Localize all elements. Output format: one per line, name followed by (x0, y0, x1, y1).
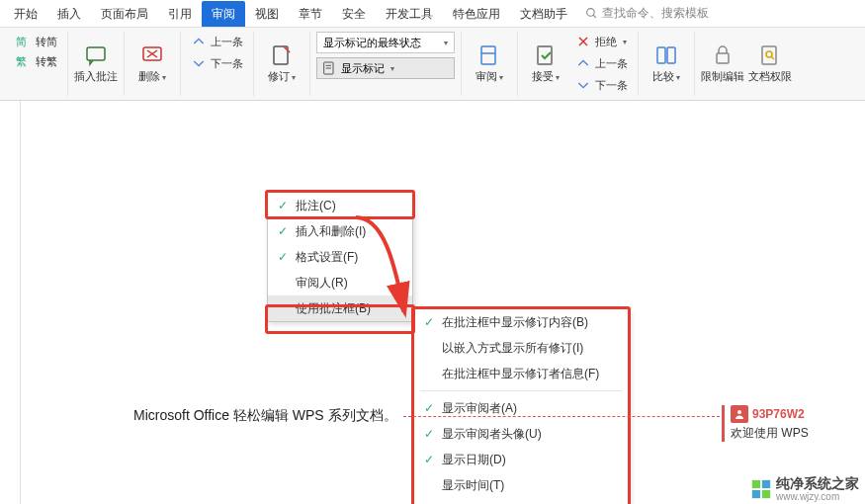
avatar-icon (731, 405, 748, 423)
ribbon-label: 删除▾ (138, 69, 166, 84)
arrow-down-icon (191, 55, 207, 71)
submenu-show-reviewer-avatar[interactable]: ✓显示审阅者头像(U) (414, 421, 628, 447)
show-markup-icon (321, 60, 337, 76)
ribbon-label: 拒绝 (595, 35, 617, 49)
ribbon-label: 比较▾ (652, 69, 680, 84)
next-change-button[interactable]: 下一条 (571, 75, 632, 95)
track-changes-button[interactable]: 修订▾ (260, 32, 303, 95)
menu-item-label: 显示审阅者(A) (442, 400, 517, 417)
command-search[interactable]: 查找命令、搜索模板 (585, 5, 709, 22)
menu-item-balloons[interactable]: 使用批注框(B)▸ (268, 295, 412, 321)
menu-item-reviewers[interactable]: 审阅人(R)▸ (268, 270, 412, 295)
show-markup-dropdown[interactable]: 显示标记 ▾ (316, 57, 455, 79)
comment-accent-bar (722, 405, 725, 442)
menu-tabs: 开始 插入 页面布局 引用 审阅 视图 章节 安全 开发工具 特色应用 文档助手… (0, 0, 865, 28)
lock-icon (711, 43, 735, 67)
svg-point-20 (737, 410, 741, 414)
reject-button[interactable]: 拒绝▾ (571, 32, 632, 51)
tab-start[interactable]: 开始 (4, 1, 47, 27)
ribbon-label: 接受▾ (532, 69, 560, 84)
tab-dochelper[interactable]: 文档助手 (510, 1, 577, 27)
svg-point-0 (587, 9, 595, 17)
ribbon-label: 修订▾ (268, 69, 296, 84)
svg-rect-18 (762, 46, 776, 64)
ribbon-label: 限制编辑 (701, 69, 744, 84)
document-body-text[interactable]: Microsoft Office 轻松编辑 WPS 系列文档。 (133, 407, 397, 425)
search-icon (585, 7, 598, 20)
watermark: 纯净系统之家 www.wjzy.com (750, 475, 859, 502)
chevron-down-icon: ▾ (499, 73, 503, 82)
display-mode-dropdown[interactable]: 显示标记的最终状态 ▾ (316, 32, 455, 53)
show-markup-menu: ✓批注(C) ✓插入和删除(I) ✓格式设置(F) 审阅人(R)▸ 使用批注框(… (267, 192, 413, 322)
submenu-show-reviser-info[interactable]: 在批注框中显示修订者信息(F) (414, 361, 628, 386)
svg-rect-2 (87, 47, 105, 60)
tab-references[interactable]: 引用 (158, 1, 202, 27)
svg-rect-15 (657, 47, 665, 63)
tab-security[interactable]: 安全 (332, 1, 376, 27)
submenu-show-reviewer[interactable]: ✓显示审阅者(A) (414, 395, 628, 421)
svg-rect-12 (538, 46, 552, 64)
submenu-arrow-icon: ▸ (401, 278, 406, 289)
submenu-show-comment-shading[interactable]: 显示批注底纹(C) (414, 498, 628, 504)
chevron-down-icon: ▾ (292, 73, 296, 82)
submenu-arrow-icon: ▸ (401, 303, 406, 314)
prev-change-button[interactable]: 上一条 (571, 53, 632, 73)
arrow-up-icon (191, 34, 207, 49)
svg-line-1 (593, 15, 596, 18)
ribbon-label: 下一条 (211, 56, 243, 71)
tab-layout[interactable]: 页面布局 (91, 1, 158, 27)
ribbon-label: 转繁 (36, 54, 57, 69)
compare-button[interactable]: 比较▾ (645, 32, 688, 95)
chevron-down-icon: ▾ (390, 64, 394, 73)
check-icon: ✓ (422, 427, 436, 441)
menu-item-label: 格式设置(F) (296, 249, 358, 266)
check-icon: ✓ (276, 199, 290, 212)
page-edge (20, 101, 21, 504)
tab-chapters[interactable]: 章节 (289, 1, 332, 27)
ribbon-label: 插入批注 (74, 69, 118, 84)
ribbon-label: 上一条 (211, 35, 243, 49)
comment-text: 欢迎使用 WPS (731, 425, 809, 442)
menu-item-comments[interactable]: ✓批注(C) (268, 193, 412, 218)
submenu-show-time[interactable]: 显示时间(T) (414, 472, 628, 498)
tab-view[interactable]: 视图 (245, 1, 289, 27)
menu-item-label: 显示日期(D) (442, 452, 506, 468)
menu-item-formatting[interactable]: ✓格式设置(F) (268, 244, 412, 270)
insert-comment-button[interactable]: 插入批注 (74, 32, 118, 95)
submenu-show-date[interactable]: ✓显示日期(D) (414, 447, 628, 472)
tab-devtools[interactable]: 开发工具 (376, 1, 443, 27)
review-pane-button[interactable]: 审阅▾ (468, 32, 511, 95)
ribbon: 简 转简 繁 转繁 插入批注 删除▾ 上一条 下一条 修订▾ 显示标记的最终状态… (0, 28, 865, 101)
svg-rect-10 (481, 46, 495, 64)
chevron-down-icon: ▾ (444, 39, 448, 47)
convert-traditional-icon: 繁 (10, 50, 32, 72)
ribbon-label: 下一条 (595, 78, 628, 93)
ribbon-label: 文档权限 (748, 69, 792, 84)
arrow-down-icon (575, 77, 591, 93)
submenu-show-revisions-inline[interactable]: 以嵌入方式显示所有修订(I) (414, 335, 628, 361)
doc-permissions-button[interactable]: 文档权限 (748, 32, 792, 95)
ribbon-label: 上一条 (595, 56, 628, 71)
check-icon: ✓ (276, 250, 290, 264)
tab-review[interactable]: 审阅 (202, 1, 245, 27)
convert-traditional-button[interactable]: 繁 转繁 (6, 51, 61, 71)
svg-rect-23 (752, 489, 760, 497)
next-comment-button[interactable]: 下一条 (187, 53, 247, 73)
tab-featured[interactable]: 特色应用 (443, 1, 510, 27)
accept-icon (534, 43, 558, 67)
prev-comment-button[interactable]: 上一条 (187, 32, 247, 51)
menu-item-insertions[interactable]: ✓插入和删除(I) (268, 218, 412, 244)
submenu-show-revisions-balloon[interactable]: ✓在批注框中显示修订内容(B) (414, 309, 628, 335)
menu-item-label: 显示时间(T) (442, 477, 504, 494)
accept-button[interactable]: 接受▾ (524, 32, 567, 95)
restrict-editing-button[interactable]: 限制编辑 (701, 32, 744, 95)
svg-rect-21 (752, 479, 760, 487)
track-changes-icon (270, 43, 294, 67)
compare-icon (654, 43, 678, 67)
delete-comment-button[interactable]: 删除▾ (130, 32, 174, 95)
ribbon-label: 显示标记的最终状态 (323, 36, 421, 50)
convert-simplified-button[interactable]: 简 转简 (6, 32, 61, 51)
tab-insert[interactable]: 插入 (47, 1, 91, 27)
comment-balloon[interactable]: 93P76W2 欢迎使用 WPS (722, 405, 809, 442)
watermark-logo-icon (750, 478, 772, 500)
